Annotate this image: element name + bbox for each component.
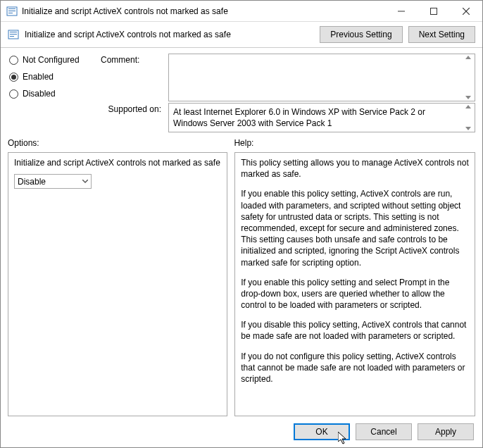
apply-button[interactable]: Apply — [418, 423, 474, 440]
titlebar: Initialize and script ActiveX controls n… — [1, 1, 482, 22]
svg-rect-9 — [10, 32, 17, 32]
radio-label: Enabled — [23, 72, 54, 82]
supported-text-box: At least Internet Explorer 6.0 in Window… — [168, 103, 475, 132]
options-dropdown[interactable]: Disable — [14, 174, 92, 189]
help-label: Help: — [234, 138, 475, 148]
minimize-button[interactable] — [385, 1, 418, 22]
radio-disabled[interactable]: Disabled — [9, 89, 94, 99]
help-paragraph: If you do not configure this policy sett… — [241, 351, 469, 385]
help-paragraph: If you enable this policy setting and se… — [241, 277, 469, 311]
options-label: Options: — [8, 138, 227, 148]
svg-rect-1 — [8, 8, 15, 9]
scroll-up-icon[interactable] — [463, 105, 473, 108]
options-text: Initialize and script ActiveX controls n… — [14, 157, 221, 168]
config-row: Not Configured Enabled Disabled Comment: — [1, 48, 482, 101]
svg-rect-3 — [8, 13, 13, 13]
comment-label: Comment: — [101, 54, 161, 101]
scroll-down-icon[interactable] — [463, 127, 473, 130]
policy-icon — [6, 6, 18, 17]
options-pane: Initialize and script ActiveX controls n… — [8, 152, 227, 416]
action-bar: OK Cancel Apply — [1, 416, 482, 447]
state-radio-group: Not Configured Enabled Disabled — [9, 54, 94, 99]
panes: Initialize and script ActiveX controls n… — [1, 148, 482, 416]
header-bar: Initialize and script ActiveX controls n… — [1, 22, 482, 48]
scroll-up-icon[interactable] — [463, 56, 473, 59]
help-paragraph: If you disable this policy setting, Acti… — [241, 319, 469, 342]
header-title: Initialize and script ActiveX controls n… — [25, 30, 314, 39]
cancel-button[interactable]: Cancel — [356, 423, 412, 440]
svg-marker-13 — [465, 96, 471, 99]
help-paragraph: This policy setting allows you to manage… — [241, 157, 469, 180]
svg-rect-5 — [431, 8, 437, 14]
ok-button[interactable]: OK — [294, 423, 350, 440]
maximize-button[interactable] — [418, 1, 450, 22]
radio-enabled[interactable]: Enabled — [9, 72, 94, 82]
svg-rect-11 — [10, 36, 14, 37]
svg-marker-14 — [465, 105, 471, 108]
close-button[interactable] — [450, 1, 482, 22]
window-title: Initialize and script ActiveX controls n… — [22, 6, 385, 16]
radio-label: Not Configured — [23, 55, 80, 65]
previous-setting-button[interactable]: Previous Setting — [320, 26, 402, 43]
svg-marker-15 — [465, 127, 471, 130]
supported-row: Supported on: At least Internet Explorer… — [1, 101, 482, 132]
chevron-down-icon — [82, 180, 88, 183]
comment-textarea[interactable] — [168, 54, 475, 101]
svg-rect-2 — [8, 11, 15, 11]
pane-labels: Options: Help: — [1, 132, 482, 148]
dialog-window: Initialize and script ActiveX controls n… — [0, 0, 483, 448]
next-setting-button[interactable]: Next Setting — [408, 26, 475, 43]
supported-label: Supported on: — [101, 103, 161, 132]
svg-rect-10 — [10, 34, 17, 35]
svg-marker-12 — [465, 56, 471, 59]
supported-text: At least Internet Explorer 6.0 in Window… — [173, 107, 425, 128]
scroll-down-icon[interactable] — [463, 96, 473, 99]
help-pane: This policy setting allows you to manage… — [234, 152, 475, 416]
dropdown-value: Disable — [18, 177, 46, 187]
policy-icon — [8, 29, 19, 40]
radio-not-configured[interactable]: Not Configured — [9, 55, 94, 65]
radio-label: Disabled — [23, 89, 56, 99]
help-paragraph: If you enable this policy setting, Activ… — [241, 188, 469, 268]
